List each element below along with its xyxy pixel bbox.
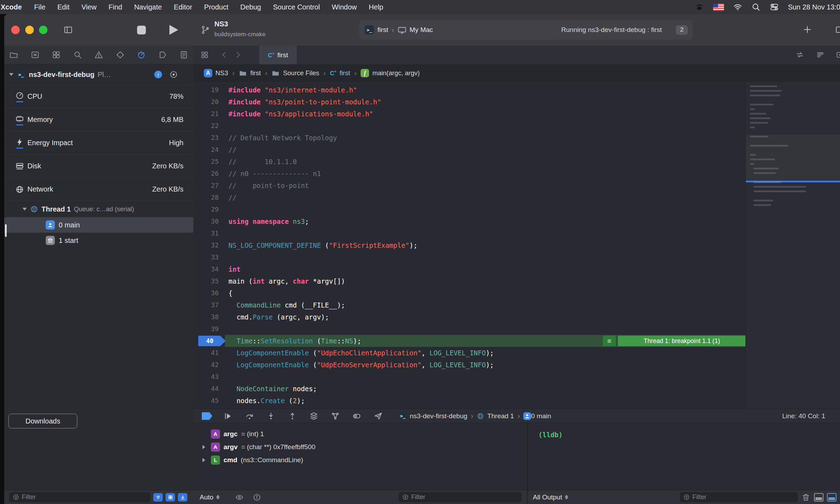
stop-button[interactable]: [137, 26, 146, 34]
minimap-options-icon[interactable]: [816, 51, 825, 59]
back-icon[interactable]: [220, 51, 228, 59]
navigator-toggle-icon[interactable]: [63, 25, 73, 35]
jumpbar-item-first[interactable]: first: [239, 69, 261, 77]
line-number[interactable]: 24: [193, 144, 219, 156]
menu-find[interactable]: Find: [103, 3, 128, 11]
simulate-location-button[interactable]: [374, 412, 383, 421]
line-number[interactable]: 21: [193, 108, 219, 120]
input-source-flag-icon[interactable]: [713, 4, 724, 11]
hide-variables-view-icon[interactable]: [814, 493, 823, 502]
info-icon[interactable]: i: [154, 71, 162, 78]
run-button[interactable]: [169, 25, 178, 35]
line-number[interactable]: 38: [193, 311, 219, 323]
source-editor[interactable]: 19#include "ns3/internet-module.h"20#inc…: [193, 82, 840, 409]
console-view[interactable]: (lldb) All Output Filter: [528, 423, 840, 504]
forward-icon[interactable]: [234, 51, 242, 59]
jumpbar-item-first[interactable]: C+first: [330, 69, 350, 77]
scheme-name[interactable]: first: [377, 26, 388, 34]
gauge-row-cpu[interactable]: CPU 78%: [4, 85, 193, 108]
line-number[interactable]: 30: [193, 215, 219, 227]
disclosure-down-icon[interactable]: [9, 73, 13, 76]
line-number[interactable]: 44: [193, 383, 219, 395]
find-navigator-tab[interactable]: [73, 50, 82, 59]
line-number[interactable]: 35: [193, 275, 219, 287]
test-navigator-tab[interactable]: [116, 50, 125, 59]
gauge-row-network[interactable]: Network Zero KB/s: [4, 177, 193, 201]
line-number[interactable]: 37: [193, 299, 219, 311]
breakpoint-marker[interactable]: 40: [198, 336, 226, 346]
breakpoints-toggle[interactable]: [202, 412, 212, 420]
menu-edit[interactable]: Edit: [51, 3, 75, 11]
menu-xcode[interactable]: Xcode: [0, 3, 28, 11]
menu-navigate[interactable]: Navigate: [128, 3, 168, 11]
line-number[interactable]: 34: [193, 263, 219, 275]
jumpbar-item-source-files[interactable]: Source Files: [271, 69, 319, 77]
line-number[interactable]: 23: [193, 132, 219, 144]
quicklook-eye-icon[interactable]: [235, 493, 244, 502]
variable-row-argc[interactable]: A argc = (int) 1: [193, 427, 527, 440]
sidebar-scroll-indicator[interactable]: [5, 224, 7, 237]
console-output-popup[interactable]: All Output: [533, 493, 568, 501]
device-name[interactable]: My Mac: [409, 26, 433, 34]
editor-layout-icon[interactable]: [200, 51, 209, 59]
disclosure-right-icon[interactable]: [202, 458, 205, 462]
zoom-button[interactable]: [39, 26, 47, 34]
menu-file[interactable]: File: [28, 3, 51, 11]
variables-scope-popup[interactable]: Auto: [200, 493, 220, 501]
report-navigator-tab[interactable]: [179, 50, 188, 59]
navigator-filter-field[interactable]: Filter: [9, 492, 150, 502]
variables-filter-field[interactable]: Filter: [399, 492, 522, 502]
issue-navigator-tab[interactable]: [94, 50, 103, 59]
menu-debug[interactable]: Debug: [234, 3, 267, 11]
stack-frame-0-main[interactable]: 0 main: [4, 217, 193, 233]
line-number[interactable]: 42: [193, 359, 219, 371]
menu-window[interactable]: Window: [326, 3, 363, 11]
menu-product[interactable]: Product: [198, 3, 234, 11]
line-number[interactable]: 43: [193, 371, 219, 383]
line-number[interactable]: 25: [193, 156, 219, 168]
console-filter-field[interactable]: Filter: [680, 492, 798, 502]
profile-gauge-icon[interactable]: [169, 70, 178, 79]
gauge-row-memory[interactable]: Memory 6,8 MB: [4, 108, 193, 131]
line-number[interactable]: 41: [193, 347, 219, 359]
line-number[interactable]: 36: [193, 287, 219, 299]
gauge-row-energy-impact[interactable]: Energy Impact High: [4, 131, 193, 154]
line-number[interactable]: 31: [193, 227, 219, 239]
source-control-navigator-tab[interactable]: [31, 50, 40, 59]
menubar-clock[interactable]: Sun 28 Nov 13:00: [788, 3, 840, 11]
trash-icon[interactable]: [801, 493, 810, 502]
disclosure-right-icon[interactable]: [202, 445, 205, 449]
minimize-button[interactable]: [25, 26, 34, 34]
line-number[interactable]: 22: [193, 120, 219, 132]
debug-nav-filter-button-1[interactable]: [153, 493, 163, 502]
menu-help[interactable]: Help: [363, 3, 389, 11]
debug-nav-filter-button-3[interactable]: [178, 493, 187, 502]
debug-annotation-icon[interactable]: ≡: [603, 336, 616, 346]
variable-row-cmd[interactable]: L cmd (ns3::CommandLine): [193, 453, 527, 466]
process-row[interactable]: >_ ns3-dev-first-debug Pl… i: [4, 64, 193, 85]
debug-nav-filter-button-2[interactable]: [166, 493, 175, 502]
swap-editors-icon[interactable]: [796, 51, 804, 59]
environment-overrides-button[interactable]: [352, 412, 361, 421]
minimap[interactable]: [745, 82, 840, 409]
menu-source-control[interactable]: Source Control: [267, 3, 326, 11]
step-over-button[interactable]: [245, 412, 254, 421]
line-number[interactable]: 19: [193, 84, 219, 96]
project-navigator-tab[interactable]: [9, 50, 18, 59]
line-number[interactable]: 26: [193, 168, 219, 180]
thread-row[interactable]: Thread 1 Queue: c…ad (serial): [4, 201, 193, 217]
variable-info-icon[interactable]: [253, 493, 261, 502]
downloads-button[interactable]: Downloads: [8, 414, 77, 428]
gauge-row-disk[interactable]: Disk Zero KB/s: [4, 154, 193, 177]
add-editor-icon[interactable]: [836, 51, 840, 59]
step-into-button[interactable]: [266, 412, 276, 421]
line-number[interactable]: 45: [193, 395, 219, 407]
inspector-toggle-icon[interactable]: [834, 25, 840, 34]
debug-memory-graph-button[interactable]: [331, 412, 340, 421]
issue-count-badge[interactable]: 2: [676, 25, 688, 35]
symbol-navigator-tab[interactable]: [52, 50, 61, 59]
debug-view-hierarchy-button[interactable]: [309, 412, 318, 421]
menubar-app-icon[interactable]: [695, 2, 704, 12]
line-number[interactable]: 39: [193, 323, 219, 335]
tab-first[interactable]: C+ first: [259, 46, 297, 64]
